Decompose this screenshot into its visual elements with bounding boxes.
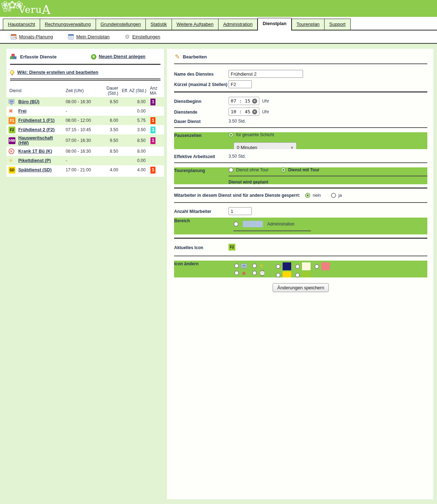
service-duration-cell: 6.00	[95, 116, 119, 125]
service-icon-cell	[6, 97, 18, 106]
service-link[interactable]: Pikettdienst (P)	[18, 158, 51, 163]
logo-text: Veru	[19, 4, 42, 15]
tab-hauptansicht[interactable]: Hauptansicht	[3, 19, 40, 30]
pencil-overlay-icon: ✎	[15, 36, 18, 41]
gesperrt-radio-ja[interactable]: ja	[331, 193, 342, 198]
color-option-navy[interactable]	[276, 262, 295, 270]
uhr-label: Uhr	[262, 109, 269, 114]
double-divider	[10, 79, 160, 81]
asterisk-icon: ✳	[9, 158, 13, 163]
color-swatch	[302, 262, 311, 270]
service-icon-cell: F1	[6, 116, 18, 125]
tab-support[interactable]: Support	[325, 19, 351, 30]
pause-radio-schicht[interactable]: für gesamte Schicht	[229, 132, 274, 137]
service-link[interactable]: Hausweritschaft (HW)	[18, 135, 53, 146]
radio-icon	[234, 263, 239, 268]
service-count-cell: 1	[147, 134, 164, 147]
service-link[interactable]: Frühdienst 1 (F1)	[18, 118, 54, 123]
service-link[interactable]: Frühdienst 2 (F2)	[18, 127, 54, 132]
bereich-option-administration[interactable]: Administration	[234, 221, 427, 227]
column-header-dienst: Dienst	[6, 84, 65, 97]
color-option-cream[interactable]	[295, 262, 314, 270]
pause-minutes-select[interactable]: 0 Minuten ∨	[234, 142, 297, 149]
color-option-gold[interactable]	[276, 271, 295, 277]
end-time-input[interactable]: 10 : 45 ✕	[229, 108, 259, 116]
gesperrt-nein-label: nein	[313, 193, 321, 198]
bereich-label: Bereich	[174, 218, 229, 223]
service-row-büro-bü-: Büro (BÜ)08:00 - 16:308.508.001	[6, 97, 164, 106]
divider	[229, 176, 427, 176]
floral-decoration-small-icon: ✿❀	[3, 6, 11, 13]
icon-option-asterisk-icon[interactable]: ✳	[252, 263, 270, 268]
tab-rechnungsverwaltung[interactable]: Rechnungsverwaltung	[40, 19, 96, 30]
eff-row: Effektive Arbeitszeit 3.50 Std.	[174, 153, 427, 159]
tab-tourenplan[interactable]: Tourenplan	[292, 19, 325, 30]
color-option-salmon[interactable]	[314, 262, 334, 270]
alarm-clock-icon: ⌚	[259, 270, 266, 276]
icon-option-person-clock-blue-icon[interactable]: ☻	[234, 277, 252, 278]
tab-statistik[interactable]: Statistik	[146, 19, 172, 30]
pause-minutes-value: 0 Minuten	[237, 145, 257, 149]
service-name-cell: Pikettdienst (P)	[18, 156, 65, 165]
icon-picker: ✳☻⌚☻☕✖☎K⚑⌂⚑⚑⚑⚑⚑☺⚑	[234, 261, 427, 277]
count-badge: 1	[150, 99, 155, 105]
icon-option-coffee-cup-icon[interactable]: ☕	[252, 277, 270, 278]
service-name-cell: Frei	[18, 106, 65, 116]
pencil-icon: ✎	[175, 54, 180, 60]
service-link[interactable]: Spätdienst (SD)	[18, 167, 52, 172]
service-link[interactable]: Frei	[18, 109, 27, 114]
coffee-cup-icon: ☕	[259, 277, 264, 278]
service-row-spätdienst-sd-: SDSpätdienst (SD)17:00 - 21:004.004.001	[6, 165, 164, 175]
services-table: DienstZeit (Uhr)Dauer (Std.)Eff. AZ (Std…	[6, 84, 164, 175]
name-input[interactable]	[229, 70, 303, 78]
kuerzel-input[interactable]	[229, 80, 252, 88]
icon-option-alarm-clock-icon[interactable]: ⌚	[252, 270, 270, 276]
name-label: Name des Dienstes	[174, 71, 229, 77]
cross-icon: ✖	[9, 108, 13, 114]
name-row: Name des Dienstes	[174, 70, 427, 78]
tour-radio-mit[interactable]: Dienst mit Tour	[281, 167, 320, 172]
tab-administration[interactable]: Administration	[218, 19, 258, 30]
workstation-icon	[241, 263, 247, 268]
tab-label: Dienstplan	[263, 21, 286, 26]
icon-option-person-clock-red-icon[interactable]: ☻	[234, 270, 252, 276]
sd-badge-icon: SD	[9, 167, 15, 173]
service-time-cell: -	[65, 156, 95, 165]
end-label: Dienstende	[174, 109, 229, 115]
anzahl-input[interactable]	[229, 207, 252, 215]
service-effective-cell: 8.50	[119, 134, 147, 147]
save-button[interactable]: Änderungen speichern	[273, 283, 329, 292]
subnav-item-monats-planung[interactable]: ✎Monats-Planung	[11, 34, 53, 39]
service-link[interactable]: Büro (BÜ)	[18, 99, 39, 104]
app-header: ❀✿❀ ✿❀ VeruA	[0, 0, 437, 17]
clear-begin-icon[interactable]: ✕	[252, 99, 257, 104]
service-count-cell: 1	[147, 165, 164, 175]
service-link[interactable]: Krank 1T Bü (K)	[18, 149, 52, 154]
subnav-item-label: Mein Dienstplan	[76, 34, 110, 39]
tab-label: Grundeinstellungen	[101, 22, 141, 27]
icon-option-workstation-icon[interactable]	[234, 263, 252, 268]
color-option-yellow-green[interactable]	[295, 271, 314, 277]
tab-grundeinstellungen[interactable]: Grundeinstellungen	[96, 19, 146, 30]
begin-time-input[interactable]: 07 : 15 ✕	[229, 97, 259, 105]
count-badge: 1	[150, 167, 155, 173]
services-panel-header: Erfasste Dienste + Neuen Dienst anlegen	[6, 52, 164, 63]
service-name-cell: Krank 1T Bü (K)	[18, 147, 65, 156]
tour-radio-ohne[interactable]: Dienst ohne Tour	[229, 167, 269, 172]
clear-end-icon[interactable]: ✕	[252, 109, 257, 114]
subnav-item-einstellungen[interactable]: ⚙Einstellungen	[125, 34, 160, 40]
gesperrt-radio-nein[interactable]: nein	[305, 193, 321, 198]
divider	[174, 162, 427, 163]
krank-icon: K	[9, 148, 14, 154]
calendar-icon	[68, 34, 74, 39]
new-service-link[interactable]: Neuen Dienst anlegen	[99, 54, 145, 59]
service-effective-cell: 8.00	[119, 147, 147, 156]
wiki-link[interactable]: Wiki: Dienste erstellen und bearbeiten	[17, 70, 98, 75]
service-duration-cell: 9.50	[95, 134, 119, 147]
tab-weitere-aufgaben[interactable]: Weitere Aufgaben	[172, 19, 218, 30]
service-row-hausweritschaft-hw-: HWHausweritschaft (HW)07:00 - 16:309.508…	[6, 134, 164, 147]
radio-icon	[276, 264, 280, 269]
tab-dienstplan[interactable]: Dienstplan	[258, 18, 291, 30]
bereich-row: Bereich AdministrationBüroGrundpflegeHau…	[174, 218, 427, 234]
subnav-item-mein-dienstplan[interactable]: Mein Dienstplan	[68, 34, 110, 39]
